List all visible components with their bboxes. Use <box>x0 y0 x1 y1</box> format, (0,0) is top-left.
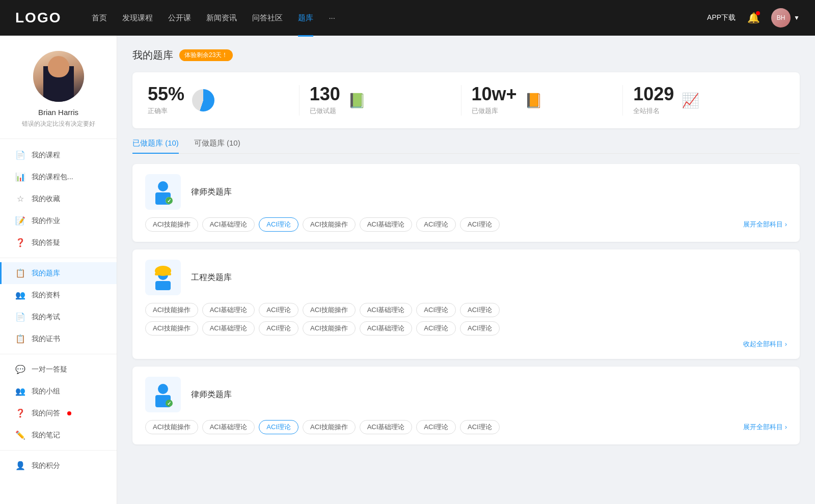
sidebar-item-homework[interactable]: 📝 我的作业 <box>0 210 117 232</box>
tag-item[interactable]: ACI理论 <box>460 217 500 232</box>
notification-bell-button[interactable]: 🔔 <box>746 10 761 25</box>
homework-icon: 📝 <box>15 216 25 226</box>
tag-item[interactable]: ACI理论 <box>416 217 456 232</box>
main-nav: 首页 发现课程 公开课 新闻资讯 问答社区 题库 ··· <box>92 11 707 25</box>
tag-item[interactable]: ACI理论 <box>416 420 456 434</box>
sidebar-item-qa[interactable]: ❓ 我的答疑 <box>0 232 117 254</box>
bank-title-1: 律师类题库 <box>191 187 232 198</box>
tag-item[interactable]: ACI理论 <box>460 303 500 317</box>
tag-item[interactable]: ACI理论 <box>259 303 298 317</box>
tabs-row: 已做题库 (10) 可做题库 (10) <box>132 138 800 154</box>
stat-banks-text: 10w+ 已做题库 <box>472 85 517 116</box>
stat-done-value: 130 <box>310 85 340 103</box>
tag-item[interactable]: ACI基础理论 <box>202 303 255 317</box>
lawyer-icon-wrap: ✓ <box>145 174 181 210</box>
tag-item[interactable]: ACI理论 <box>460 321 500 335</box>
tag-item[interactable]: ACI技能操作 <box>303 420 356 434</box>
nav-quiz[interactable]: 题库 <box>298 11 313 25</box>
tag-item[interactable]: ACI基础理论 <box>360 303 413 317</box>
nav-more[interactable]: ··· <box>329 11 335 25</box>
tag-item[interactable]: ACI基础理论 <box>360 321 413 335</box>
sidebar-item-label: 我的收藏 <box>32 194 60 204</box>
bank-card-header-3: ✓ 律师类题库 <box>145 377 787 412</box>
page-title: 我的题库 <box>132 48 173 62</box>
sidebar-item-my-courses[interactable]: 📄 我的课程 <box>0 144 117 166</box>
main-layout: Brian Harris 错误的决定比没有决定要好 📄 我的课程 📊 我的课程包… <box>0 36 815 504</box>
nav-news[interactable]: 新闻资讯 <box>206 11 237 25</box>
sidebar-item-my-points[interactable]: 👤 我的积分 <box>0 455 117 477</box>
tab-available-banks[interactable]: 可做题库 (10) <box>194 138 240 153</box>
list-green-icon: 📗 <box>348 92 366 109</box>
tag-item[interactable]: ACI基础理论 <box>202 321 255 335</box>
stat-site-rank: 1029 全站排名 📈 <box>623 85 784 116</box>
tags-row-1: ACI技能操作 ACI基础理论 ACI理论 ACI技能操作 ACI基础理论 AC… <box>145 217 787 232</box>
sidebar-item-label: 我的答疑 <box>32 238 60 247</box>
bank-title-3: 律师类题库 <box>191 389 232 400</box>
app-download-button[interactable]: APP下载 <box>707 13 736 22</box>
tag-item[interactable]: ACI技能操作 <box>145 303 198 317</box>
svg-point-9 <box>158 384 168 394</box>
header-right: APP下载 🔔 BH ▼ <box>707 8 800 27</box>
stat-done-banks: 10w+ 已做题库 📙 <box>461 85 623 116</box>
accuracy-pie-chart <box>192 89 214 111</box>
menu-divider-1 <box>0 258 117 258</box>
tag-item[interactable]: ACI技能操作 <box>145 321 198 335</box>
expand-link-3[interactable]: 展开全部科目 › <box>743 423 787 432</box>
tag-item[interactable]: ACI理论 <box>259 321 298 335</box>
bar-chart-red-icon: 📈 <box>682 92 699 109</box>
bank-card-engineer: 工程类题库 ACI技能操作 ACI基础理论 ACI理论 ACI技能操作 ACI基… <box>132 249 800 359</box>
sidebar-item-label: 我的作业 <box>32 216 60 226</box>
sidebar-item-label: 我的笔记 <box>32 431 60 440</box>
tag-item[interactable]: ACI技能操作 <box>145 217 198 232</box>
data-icon: 👥 <box>15 290 25 300</box>
tag-item[interactable]: ACI理论 <box>416 321 456 335</box>
nav-qa[interactable]: 问答社区 <box>252 11 283 25</box>
sidebar-item-my-group[interactable]: 👥 我的小组 <box>0 380 117 402</box>
expand-link-1[interactable]: 展开全部科目 › <box>743 220 787 229</box>
sidebar-item-my-data[interactable]: 👥 我的资料 <box>0 284 117 306</box>
tag-item[interactable]: ACI技能操作 <box>303 303 356 317</box>
qa-icon: ❓ <box>15 238 25 247</box>
profile-avatar-image <box>33 51 84 102</box>
sidebar-item-label: 我的资料 <box>32 291 60 300</box>
lawyer-icon-wrap-2: ✓ <box>145 377 181 412</box>
tag-item[interactable]: ACI基础理论 <box>202 217 255 232</box>
tab-done-banks[interactable]: 已做题库 (10) <box>132 138 179 153</box>
tag-item[interactable]: ACI技能操作 <box>303 321 356 335</box>
sidebar-item-favorites[interactable]: ☆ 我的收藏 <box>0 188 117 210</box>
nav-home[interactable]: 首页 <box>92 11 107 25</box>
stat-accuracy-text: 55% 正确率 <box>148 85 184 116</box>
tag-item[interactable]: ACI理论 <box>460 420 500 434</box>
tags-row-3: ACI技能操作 ACI基础理论 ACI理论 ACI技能操作 ACI基础理论 AC… <box>145 420 787 434</box>
tag-item[interactable]: ACI理论 <box>416 303 456 317</box>
sidebar-item-my-quiz[interactable]: 📋 我的题库 <box>0 262 117 284</box>
quiz-icon: 📋 <box>15 268 25 278</box>
tag-item[interactable]: ACI基础理论 <box>360 420 413 434</box>
tag-item-selected[interactable]: ACI理论 <box>259 420 298 434</box>
tags-row-2b: ACI技能操作 ACI基础理论 ACI理论 ACI技能操作 ACI基础理论 AC… <box>145 321 787 335</box>
sidebar-item-my-notes[interactable]: ✏️ 我的笔记 <box>0 424 117 446</box>
svg-text:✓: ✓ <box>167 401 171 406</box>
sidebar-item-my-exam[interactable]: 📄 我的考试 <box>0 306 117 328</box>
collapse-link-engineer[interactable]: 收起全部科目 › <box>145 340 787 349</box>
tag-item[interactable]: ACI技能操作 <box>303 217 356 232</box>
sidebar-item-certificate[interactable]: 📋 我的证书 <box>0 328 117 350</box>
sidebar-item-course-package[interactable]: 📊 我的课程包... <box>0 166 117 188</box>
sidebar-item-one-on-one[interactable]: 💬 一对一答疑 <box>0 358 117 380</box>
tag-item[interactable]: ACI技能操作 <box>145 420 198 434</box>
sidebar-item-my-questions[interactable]: ❓ 我的问答 <box>0 402 117 424</box>
svg-rect-8 <box>155 273 171 275</box>
tag-item[interactable]: ACI基础理论 <box>202 420 255 434</box>
tag-item[interactable]: ACI基础理论 <box>360 217 413 232</box>
certificate-icon: 📋 <box>15 334 25 344</box>
user-avatar-area[interactable]: BH ▼ <box>771 8 800 27</box>
sidebar: Brian Harris 错误的决定比没有决定要好 📄 我的课程 📊 我的课程包… <box>0 36 117 504</box>
sidebar-item-label: 我的课程 <box>32 151 60 160</box>
bank-card-header-1: ✓ 律师类题库 <box>145 174 787 210</box>
nav-open-course[interactable]: 公开课 <box>168 11 191 25</box>
avatar: BH <box>771 8 791 27</box>
nav-discover[interactable]: 发现课程 <box>122 11 153 25</box>
question-badge <box>67 411 71 415</box>
trial-badge: 体验剩余23天！ <box>179 49 233 61</box>
tag-item-selected[interactable]: ACI理论 <box>259 217 298 232</box>
